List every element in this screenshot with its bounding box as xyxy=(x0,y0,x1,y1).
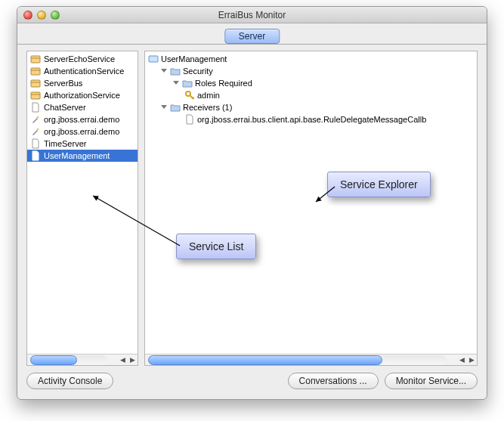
service-list-item[interactable]: ServerEchoService xyxy=(27,53,138,65)
service-list-item[interactable]: UserManagement xyxy=(27,150,138,162)
activity-console-button[interactable]: Activity Console xyxy=(26,373,113,389)
conversations-button[interactable]: Conversations ... xyxy=(288,373,379,389)
package-icon xyxy=(30,78,41,88)
annotation-service-explorer: Service Explorer xyxy=(327,172,431,197)
service-explorer-pane: UserManagement Security Roles Required xyxy=(144,51,478,366)
tree-leaf-receiver[interactable]: org.jboss.errai.bus.client.api.base.Rule… xyxy=(145,113,477,125)
window-title: ErraiBus Monitor xyxy=(17,10,487,20)
horizontal-scrollbar[interactable]: ◀▶ xyxy=(27,354,138,365)
tree-label: Receivers (1) xyxy=(183,103,232,112)
file-icon xyxy=(184,114,195,125)
service-label: UserManagement xyxy=(44,151,110,160)
service-list-item[interactable]: AuthenticationService xyxy=(27,65,138,77)
component-icon xyxy=(148,54,159,64)
service-list-pane: ServerEchoService AuthenticationService … xyxy=(26,51,138,366)
file-icon xyxy=(30,138,41,149)
service-label: ServerBus xyxy=(44,79,82,88)
tree-node-receivers[interactable]: Receivers (1) xyxy=(145,101,477,113)
file-icon xyxy=(30,102,41,113)
service-list-item[interactable]: ServerBus xyxy=(27,77,138,89)
service-label: AuthorizationService xyxy=(44,91,120,100)
key-icon xyxy=(184,90,195,101)
tree-node-security[interactable]: Security xyxy=(145,65,477,77)
annotation-service-list: Service List xyxy=(176,234,256,259)
titlebar: ErraiBus Monitor xyxy=(17,7,487,23)
service-label: org.jboss.errai.demo xyxy=(44,127,119,136)
disclosure-triangle-icon[interactable] xyxy=(160,104,168,111)
tree-node-roles-required[interactable]: Roles Required xyxy=(145,77,477,89)
wand-icon xyxy=(30,114,41,125)
monitor-service-button[interactable]: Monitor Service... xyxy=(385,373,478,389)
wand-icon xyxy=(30,126,41,137)
service-label: TimeServer xyxy=(44,139,86,148)
service-label: org.jboss.errai.demo xyxy=(44,115,119,124)
folder-icon xyxy=(182,78,193,88)
tree-label: Roles Required xyxy=(195,79,252,88)
service-list-item[interactable]: org.jboss.errai.demo xyxy=(27,113,138,125)
svg-rect-0 xyxy=(31,56,40,63)
tree-root[interactable]: UserManagement xyxy=(145,53,477,65)
scroll-left-icon[interactable]: ◀ xyxy=(457,355,467,365)
svg-point-4 xyxy=(37,116,39,119)
svg-rect-2 xyxy=(31,80,40,87)
package-icon xyxy=(30,90,41,101)
folder-icon xyxy=(170,102,181,113)
service-label: AuthenticationService xyxy=(44,67,124,76)
svg-rect-6 xyxy=(149,56,158,62)
service-list-item[interactable]: AuthorizationService xyxy=(27,89,138,101)
svg-point-5 xyxy=(37,128,39,131)
tree-label: UserManagement xyxy=(161,54,227,63)
bottom-toolbar: Activity Console Conversations ... Monit… xyxy=(26,370,478,392)
folder-icon xyxy=(170,66,181,76)
scroll-right-icon[interactable]: ▶ xyxy=(128,355,138,365)
tree-leaf-admin[interactable]: admin xyxy=(145,89,477,101)
svg-rect-1 xyxy=(31,68,40,75)
tree-label: admin xyxy=(197,91,220,100)
tree-label: Security xyxy=(183,67,213,76)
service-label: ServerEchoService xyxy=(44,54,115,63)
svg-rect-3 xyxy=(31,92,40,99)
scroll-right-icon[interactable]: ▶ xyxy=(467,355,477,365)
service-list-item[interactable]: ChatServer xyxy=(27,101,138,113)
horizontal-scrollbar[interactable]: ◀▶ xyxy=(145,354,477,365)
service-tree[interactable]: UserManagement Security Roles Required xyxy=(145,51,477,354)
scroll-left-icon[interactable]: ◀ xyxy=(118,355,128,365)
service-list[interactable]: ServerEchoService AuthenticationService … xyxy=(27,51,138,354)
tab-server[interactable]: Server xyxy=(224,29,280,44)
app-window: ErraiBus Monitor Server ServerEchoServic… xyxy=(17,6,487,400)
package-icon xyxy=(30,66,41,76)
disclosure-triangle-icon[interactable] xyxy=(172,79,180,87)
service-list-item[interactable]: org.jboss.errai.demo xyxy=(27,125,138,138)
disclosure-triangle-icon[interactable] xyxy=(160,67,168,75)
tab-bar: Server xyxy=(17,23,487,45)
tree-label: org.jboss.errai.bus.client.api.base.Rule… xyxy=(197,115,426,124)
service-label: ChatServer xyxy=(44,103,86,112)
service-list-item[interactable]: TimeServer xyxy=(27,138,138,150)
package-icon xyxy=(30,54,41,64)
file-icon xyxy=(30,150,41,161)
main-content: ServerEchoService AuthenticationService … xyxy=(26,51,478,366)
